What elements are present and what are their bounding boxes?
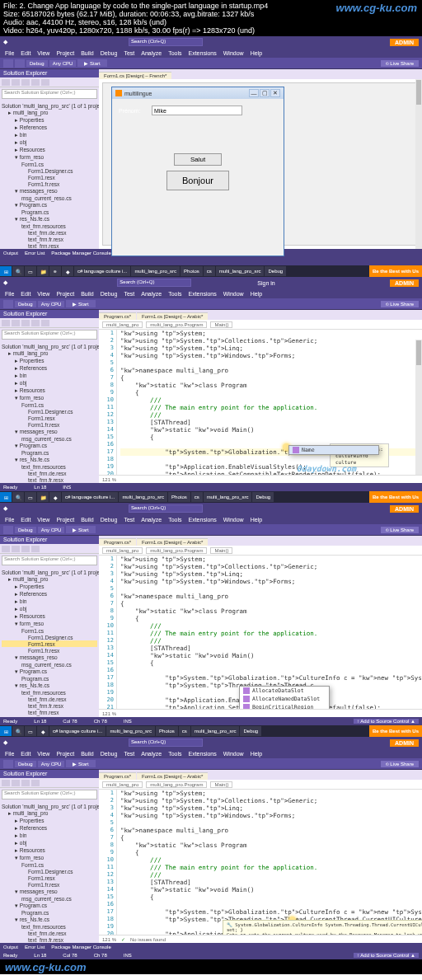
menu-edit[interactable]: Edit (21, 517, 30, 523)
code-line[interactable]: /// (120, 856, 422, 864)
menu-project[interactable]: Project (56, 291, 74, 297)
solution-tree[interactable]: Solution 'multi_lang_pro_src' (1 of 1 pr… (0, 801, 99, 943)
tree-node[interactable]: ▸ References (2, 590, 97, 598)
tree-node[interactable]: ▸ Resources (2, 146, 97, 153)
tree-node[interactable]: msg_current_reso.cs (2, 661, 97, 668)
menu-test[interactable]: Test (124, 517, 134, 523)
tree-node[interactable]: msg_current_reso.cs (2, 435, 97, 442)
search-icon[interactable]: 🔍 (12, 266, 24, 276)
tree-node[interactable]: ▾ Program.cs (2, 201, 97, 209)
tree-node[interactable]: ▸ obj (2, 138, 97, 146)
doc-tab-form1[interactable]: Form1.cs [Design] – Arabic* (137, 772, 208, 780)
taskbar-app[interactable]: multi_lang_pro_src (216, 266, 265, 276)
menu-file[interactable]: File (5, 517, 14, 523)
code-line[interactable]: [STAThread] (120, 419, 422, 426)
tree-node[interactable]: Form1.cs (2, 861, 97, 868)
tree-node[interactable]: ▾ Program.cs (2, 902, 97, 909)
tree-node[interactable]: ▾ res_Ns.fe.cs (2, 215, 97, 223)
home-icon[interactable] (2, 79, 10, 86)
button-bonjour[interactable]: Bonjour (166, 171, 229, 190)
code-line[interactable]: "kw">static "kw">class Program (120, 607, 422, 615)
tree-node[interactable]: text_frm.fr.resx (2, 702, 97, 709)
taskbar-app[interactable]: Photos (156, 726, 178, 736)
config-dropdown[interactable]: Debug (26, 60, 48, 67)
toolbar-back-icon[interactable] (3, 59, 13, 68)
task-view-icon[interactable]: ▭ (25, 266, 36, 276)
vs-icon[interactable]: ◆ (37, 726, 49, 736)
menu-help[interactable]: Help (251, 517, 262, 523)
start-menu-icon[interactable]: ⊞ (0, 726, 12, 736)
taskbar-app[interactable]: Photos (168, 492, 190, 502)
task-view-icon[interactable]: ▭ (25, 726, 36, 736)
code-line[interactable]: [STAThread] (120, 645, 422, 652)
breadcrumb-project[interactable]: multi_lang_pro (102, 321, 143, 328)
menu-view[interactable]: View (37, 751, 49, 757)
code-line[interactable]: "kw">using "tp">System."tp">Linq; (120, 345, 422, 352)
intellisense-item[interactable]: AllocateDataSlot (240, 687, 329, 695)
code-line[interactable]: [STAThread] (120, 879, 422, 886)
vs-search-box[interactable]: Search (Ctrl+Q) (129, 739, 203, 747)
code-line[interactable]: "kw">using "tp">System."tp">Windows."tp"… (120, 352, 422, 359)
tree-node[interactable]: Form1.Designer.cs (2, 634, 97, 640)
doc-tab-form1-design[interactable]: Form1.cs [Design] – French* (99, 72, 171, 79)
tree-node[interactable]: msg_current_reso.cs (2, 895, 97, 902)
menu-file[interactable]: File (5, 751, 14, 757)
tree-node[interactable]: Form1.fr.resx (2, 421, 97, 428)
menu-debug[interactable]: Debug (101, 751, 118, 757)
code-editor[interactable]: 1234567891011121314151617181920212223 "k… (99, 790, 422, 935)
design-surface[interactable]: multilingue — ▢ ✕ Prénom: Salu (102, 82, 419, 246)
tree-node[interactable]: ▸ Properties (2, 817, 97, 824)
menu-extensions[interactable]: Extensions (189, 517, 217, 523)
tree-node[interactable]: ▾ res_Ns.fe.cs (2, 682, 97, 689)
code-line[interactable]: "kw">using "tp">System."tp">Windows."tp"… (120, 812, 422, 819)
menu-edit[interactable]: Edit (21, 291, 30, 297)
code-line[interactable]: "kw">using "tp">System."tp">Collections.… (120, 337, 422, 345)
tree-node[interactable]: Form1.cs (2, 161, 97, 167)
sync-icon[interactable] (12, 79, 20, 86)
menu-tools[interactable]: Tools (168, 291, 181, 297)
menu-file[interactable]: File (5, 50, 14, 56)
tree-node[interactable]: ▸ obj (2, 605, 97, 612)
tree-node[interactable]: ▾ messages_reso (2, 187, 97, 195)
menu-window[interactable]: Window (223, 517, 244, 523)
menu-project[interactable]: Project (56, 517, 74, 523)
search-icon[interactable]: 🔍 (12, 492, 24, 502)
code-line[interactable]: "kw">using "tp">System; (120, 556, 422, 563)
winform-preview[interactable]: multilingue — ▢ ✕ Prénom: Salu (111, 87, 284, 256)
tree-node[interactable]: ▸ Properties (2, 357, 97, 364)
tree-node[interactable]: ▾ form_reso (2, 153, 97, 161)
tree-node[interactable]: Program.cs (2, 449, 97, 456)
properties-icon[interactable] (41, 79, 49, 86)
start-button[interactable]: ▶ Start (66, 300, 95, 307)
tree-node[interactable]: Form1.fr.resx (2, 881, 97, 888)
menu-debug[interactable]: Debug (101, 50, 118, 56)
menu-analyze[interactable]: Analyze (141, 517, 162, 523)
code-line[interactable]: "tp">System."tp">Globalization."tp">Cult… (120, 674, 422, 682)
code-line[interactable]: "kw">using "tp">System."tp">Collections.… (120, 797, 422, 804)
menu-project[interactable]: Project (56, 751, 74, 757)
tree-node[interactable]: ▾ form_reso (2, 620, 97, 627)
tree-node[interactable]: Form1.Designer.cs (2, 868, 97, 874)
solution-tree[interactable]: Solution 'multi_lang_pro_src' (1 of 1 pr… (0, 567, 99, 717)
menu-test[interactable]: Test (124, 751, 134, 757)
tree-node[interactable]: Form1.resx (2, 640, 97, 647)
tree-node[interactable]: Form1.resx (2, 415, 97, 421)
code-line[interactable] (120, 819, 422, 827)
solution-explorer-search[interactable]: Search Solution Explorer (Ctrl+;) (2, 330, 97, 340)
menu-build[interactable]: Build (81, 517, 94, 523)
taskbar-app[interactable]: Debug (265, 266, 286, 276)
code-line[interactable]: "kw">static "kw">void Main() (120, 426, 422, 434)
vs-search-box[interactable]: Search (Ctrl+Q) (129, 504, 203, 513)
tree-node[interactable]: text_frm.resx (2, 242, 97, 249)
code-line[interactable]: "kw">using "tp">System."tp">Linq; (120, 804, 422, 812)
tree-node[interactable]: ▸ obj (2, 839, 97, 846)
doc-tab-program[interactable]: Program.cs* (99, 538, 136, 546)
start-button[interactable]: ▶ Start (77, 59, 106, 67)
live-share-button[interactable]: ⎋ Live Share (381, 301, 419, 307)
code-line[interactable]: "tp">System."tp">Globalization."tp">Cult… (120, 908, 422, 916)
tree-node[interactable]: Program.cs (2, 209, 97, 215)
doc-tab-form1[interactable]: Form1.cs [Design] – Arabic* (137, 312, 208, 320)
code-line[interactable]: /// The main entry point for the applica… (120, 630, 422, 637)
tree-node[interactable]: text_frm.resx (2, 709, 97, 715)
intellisense-popup[interactable]: AllocateDataSlotAllocateNamedDataSlotBeg… (239, 686, 330, 709)
